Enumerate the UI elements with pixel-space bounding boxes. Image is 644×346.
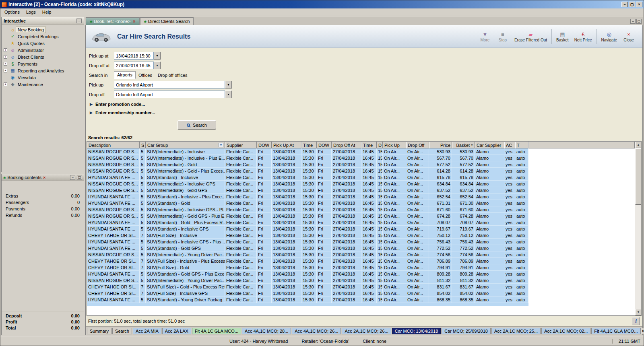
- bottom-tab-acc-4a-1c-mco-26[interactable]: Acc 4A,1C MCO; 26...: [292, 328, 341, 334]
- table-row[interactable]: CHEVY TAHOE OR SI... 7 SUV(Full Size) - …: [87, 264, 528, 271]
- column-header[interactable]: Time: [361, 142, 377, 148]
- search-in-airports[interactable]: Airports: [114, 71, 136, 79]
- expand-icon[interactable]: +: [4, 55, 7, 59]
- bottom-tab-acc-2a-1c-mco-26[interactable]: Acc 2A,1C MCO; 26...: [342, 328, 391, 334]
- expand-icon[interactable]: +: [4, 69, 7, 72]
- table-row[interactable]: HYUNDAI SANTA FE ... 5 SUV(Standard) - I…: [87, 174, 528, 181]
- table-row[interactable]: NISSAN ROGUE OR S... 5 SUV(Intermediate)…: [87, 168, 528, 174]
- expand-icon[interactable]: +: [4, 62, 7, 66]
- table-row[interactable]: NISSAN ROGUE OR S... 5 SUV(Intermediate)…: [87, 187, 528, 194]
- basket-button[interactable]: ▤ Basket: [553, 28, 572, 45]
- bottom-tab-search[interactable]: Search: [112, 328, 132, 334]
- search-in-offices[interactable]: Offices: [136, 72, 155, 79]
- stop-button[interactable]: ■ Stop: [494, 28, 512, 45]
- column-header[interactable]: Pick Up At: [272, 142, 301, 148]
- table-row[interactable]: NISSAN ROGUE OR S... 5 SUV(Intermediate)…: [87, 161, 528, 168]
- bottom-tab-flt-4a-1c-gla-mco-2[interactable]: Flt 4A,1C GLA MCO...: [591, 328, 640, 334]
- column-header[interactable]: Car Group ▼: [146, 142, 225, 148]
- table-row[interactable]: NISSAN ROGUE OR S... 5 SUV(Intermediate)…: [87, 155, 528, 161]
- erase-filtered-out-button[interactable]: ▰ Erase Filtered Out: [512, 28, 550, 45]
- table-row[interactable]: CHEVY TAHOE OR SI... 7 SUV(Full Size) - …: [87, 290, 528, 297]
- column-header[interactable]: Drop Off At: [332, 142, 361, 148]
- table-row[interactable]: HYUNDAI SANTA FE ... 5 SUV(Standard) - I…: [87, 226, 528, 232]
- bottom-tab-acc-4a-1c-mco-28[interactable]: Acc 4A,1C MCO; 28...: [242, 328, 291, 334]
- booking-minimize-button[interactable]: –: [70, 175, 75, 180]
- column-header[interactable]: DOW: [257, 142, 272, 148]
- table-row[interactable]: NISSAN ROGUE OR S... 5 SUV(Intermediate)…: [87, 251, 528, 258]
- tab-scroll-right-icon[interactable]: ►: [642, 328, 644, 334]
- sidebar-item-reporting-and-analytics[interactable]: + ▦ Reporting and Analytics: [2, 67, 84, 74]
- scroll-down-icon[interactable]: ▼: [635, 309, 642, 315]
- scroll-up-icon[interactable]: ▲: [635, 142, 642, 148]
- menu-help[interactable]: Help: [39, 9, 55, 15]
- sidebar-item-maintenance[interactable]: + ◆ Maintenance: [2, 81, 84, 88]
- booking-contents-close-icon[interactable]: ×: [43, 175, 45, 180]
- column-header[interactable]: Basket ▼: [452, 142, 475, 148]
- column-header[interactable]: Car Supplier: [475, 142, 504, 148]
- bottom-tab-acc-2a-lax[interactable]: Acc 2A LAX: [162, 328, 191, 334]
- panel-collapse-button[interactable]: –: [76, 19, 82, 23]
- column-header[interactable]: Description: [87, 142, 140, 148]
- expand-icon[interactable]: +: [4, 82, 7, 86]
- column-header[interactable]: Time: [301, 142, 317, 148]
- table-row[interactable]: HYUNDAI SANTA FE ... 5 SUV(Standard) - G…: [87, 245, 528, 251]
- table-row[interactable]: HYUNDAI SANTA FE ... 5 SUV(Standard) - I…: [87, 194, 528, 200]
- table-row[interactable]: CHEVY TAHOE OR SI... 7 SUV(Full Size) - …: [87, 258, 528, 264]
- column-header[interactable]: Drop Off: [406, 142, 429, 148]
- sidebar-item-quick-quotes[interactable]: ★ Quick Quotes: [2, 40, 84, 47]
- menu-options[interactable]: Options: [1, 9, 23, 15]
- info-button[interactable]: i: [632, 317, 640, 325]
- sidebar-item-viewdata[interactable]: ◉ Viewdata: [2, 74, 84, 81]
- nett-price-button[interactable]: £ Nett Price: [572, 28, 595, 45]
- column-header[interactable]: Price: [429, 142, 452, 148]
- search-in-drop-off-offices[interactable]: Drop off offices: [155, 72, 190, 79]
- table-row[interactable]: NISSAN ROGUE OR S... 5 SUV(Intermediate)…: [87, 206, 528, 213]
- column-header[interactable]: Pick Up: [383, 142, 406, 148]
- filter-icon[interactable]: ▼: [219, 143, 223, 147]
- window-maximize-button[interactable]: ▢: [629, 2, 635, 7]
- column-header[interactable]: T: [515, 142, 528, 148]
- more-button[interactable]: ▼ More: [476, 28, 494, 45]
- table-row[interactable]: HYUNDAI SANTA FE ... 5 SUV(Standard) - G…: [87, 219, 528, 226]
- dropdown-arrow-icon[interactable]: ▼: [154, 62, 161, 69]
- panel-minimize-button[interactable]: –: [630, 19, 636, 24]
- bottom-tab-car-mco-13-04-2018[interactable]: Car MCO; 13/04/2018: [392, 328, 441, 334]
- bottom-tab-acc-2a-1c-mco-25[interactable]: Acc 2A,1C MCO; 25...: [491, 328, 541, 334]
- table-row[interactable]: CHEVY TAHOE OR SI... 7 SUV(Full Size) - …: [87, 284, 528, 290]
- menu-logs[interactable]: Logs: [23, 9, 39, 15]
- drop-off-input[interactable]: [114, 91, 225, 98]
- dropdown-arrow-icon[interactable]: ▼: [225, 81, 232, 89]
- dropdown-arrow-icon[interactable]: ▼: [154, 52, 161, 60]
- column-header[interactable]: AC: [504, 142, 515, 148]
- close-button[interactable]: × Close: [620, 28, 638, 45]
- bottom-tab-car-mco-25-09-2018[interactable]: Car MCO; 25/09/2018: [442, 328, 491, 334]
- dropdown-arrow-icon[interactable]: ▼: [225, 91, 232, 98]
- table-row[interactable]: NISSAN ROGUE OR S... 5 SUV(Intermediate)…: [87, 277, 528, 284]
- sidebar-item-payments[interactable]: + $ Payments: [2, 60, 84, 67]
- bottom-tab-summary[interactable]: Summary: [87, 328, 111, 334]
- drop-off-at-input[interactable]: [114, 62, 154, 69]
- tab-direct-clients-search[interactable]: ♣ Direct Clients Search: [140, 17, 194, 25]
- column-header[interactable]: DOW: [317, 142, 332, 148]
- tab-close-icon[interactable]: ×: [133, 19, 135, 24]
- sidebar-item-completed-bookings[interactable]: ✓ Completed Bookings: [2, 33, 84, 40]
- table-row[interactable]: NISSAN ROGUE OR S... 5 SUV(Intermediate)…: [87, 181, 528, 187]
- column-header[interactable]: D: [377, 142, 383, 148]
- membership-number-expander[interactable]: ▶ Enter membership number...: [90, 110, 642, 115]
- table-row[interactable]: NISSAN ROGUE OR S... 5 SUV(Intermediate)…: [87, 213, 528, 219]
- sidebar-item-direct-clients[interactable]: + ☺ Direct Clients: [2, 54, 84, 60]
- table-row[interactable]: HYUNDAI SANTA FE ... 5 SUV(Standard) - I…: [87, 239, 528, 245]
- column-header[interactable]: Supplier: [225, 142, 257, 148]
- pick-up-at-input[interactable]: [114, 52, 154, 60]
- sidebar-item-new-booking[interactable]: ☼ New Booking: [2, 26, 84, 33]
- tab-booking-ref[interactable]: ♣ Book. ref.: <none> ×: [86, 17, 140, 25]
- scrollbar-thumb[interactable]: [635, 148, 642, 205]
- navigate-button[interactable]: ◎ Navigate: [599, 28, 620, 45]
- expand-icon[interactable]: +: [4, 48, 7, 52]
- booking-maximize-button[interactable]: ▢: [77, 175, 82, 180]
- sidebar-item-administrator[interactable]: + ☺ Administrator: [2, 47, 84, 54]
- vertical-scrollbar[interactable]: ▲ ▼: [635, 142, 641, 315]
- bottom-tab-acc-2a-1c-mco-02[interactable]: Acc 2A,1C MCO; 02...: [541, 328, 590, 334]
- table-row[interactable]: HYUNDAI SANTA FE ... 5 SUV(Standard) - G…: [87, 200, 528, 206]
- search-button[interactable]: Search: [178, 120, 216, 130]
